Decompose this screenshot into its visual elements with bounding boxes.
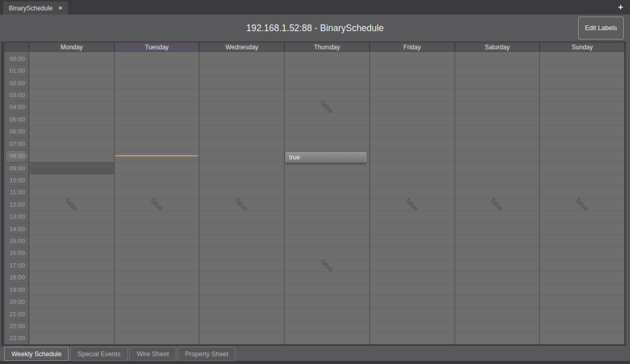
schedule-cell-saturday-0600[interactable] bbox=[455, 125, 540, 137]
schedule-cell-wednesday-0500[interactable] bbox=[200, 113, 284, 125]
schedule-cell-saturday-1700[interactable] bbox=[455, 259, 540, 271]
day-header-friday[interactable]: Friday bbox=[369, 43, 454, 51]
schedule-cell-thursday-2200[interactable] bbox=[285, 320, 369, 332]
schedule-cell-sunday-0700[interactable] bbox=[540, 137, 624, 149]
schedule-cell-sunday-2100[interactable] bbox=[540, 308, 624, 320]
schedule-cell-sunday-1800[interactable] bbox=[540, 271, 624, 283]
schedule-cell-monday-2200[interactable] bbox=[30, 320, 114, 332]
schedule-cell-sunday-0100[interactable] bbox=[540, 64, 624, 76]
schedule-cell-saturday-1300[interactable] bbox=[455, 210, 540, 222]
day-header-tuesday[interactable]: Tuesday bbox=[114, 43, 199, 51]
schedule-cell-monday-0500[interactable] bbox=[30, 113, 114, 125]
schedule-cell-friday-2000[interactable] bbox=[370, 295, 454, 307]
tab-binaryschedule[interactable]: BinarySchedule ✕ bbox=[3, 2, 68, 15]
schedule-cell-tuesday-1500[interactable] bbox=[115, 235, 199, 247]
schedule-cell-monday-2100[interactable] bbox=[30, 308, 114, 320]
schedule-cell-wednesday-0100[interactable] bbox=[200, 64, 284, 76]
schedule-cell-thursday-0600[interactable] bbox=[285, 125, 369, 137]
schedule-cell-monday-0200[interactable] bbox=[30, 76, 114, 88]
schedule-cell-tuesday-0200[interactable] bbox=[115, 76, 199, 88]
schedule-cell-monday-0300[interactable] bbox=[30, 88, 114, 100]
schedule-cell-monday-0800[interactable] bbox=[30, 150, 114, 161]
view-tab-property-sheet[interactable]: Property Sheet bbox=[178, 347, 235, 361]
schedule-cell-friday-0800[interactable] bbox=[370, 150, 454, 161]
schedule-cell-monday-0400[interactable] bbox=[30, 101, 114, 113]
close-icon[interactable]: ✕ bbox=[58, 5, 62, 11]
schedule-cell-monday-1900[interactable] bbox=[30, 284, 114, 295]
schedule-cell-wednesday-1200[interactable] bbox=[200, 198, 284, 210]
schedule-cell-friday-1400[interactable] bbox=[370, 222, 454, 234]
schedule-cell-wednesday-1800[interactable] bbox=[200, 271, 284, 283]
schedule-cell-friday-1100[interactable] bbox=[370, 186, 454, 198]
schedule-cell-wednesday-0900[interactable] bbox=[200, 161, 284, 173]
schedule-cell-sunday-1100[interactable] bbox=[540, 186, 624, 198]
schedule-cell-tuesday-0500[interactable] bbox=[115, 113, 199, 125]
schedule-cell-monday-0000[interactable] bbox=[30, 52, 114, 64]
schedule-cell-monday-1000[interactable] bbox=[30, 174, 114, 186]
schedule-cell-friday-2300[interactable] bbox=[370, 332, 454, 344]
schedule-cell-friday-0100[interactable] bbox=[370, 64, 454, 76]
schedule-cell-tuesday-1800[interactable] bbox=[115, 271, 199, 283]
schedule-cell-wednesday-0400[interactable] bbox=[200, 101, 284, 113]
schedule-cell-friday-2100[interactable] bbox=[370, 308, 454, 320]
schedule-cell-saturday-2300[interactable] bbox=[455, 332, 540, 344]
schedule-cell-sunday-1300[interactable] bbox=[540, 210, 624, 222]
schedule-cell-wednesday-1500[interactable] bbox=[200, 235, 284, 247]
schedule-cell-thursday-1400[interactable] bbox=[285, 222, 369, 234]
day-column-sunday[interactable]: false bbox=[539, 52, 624, 344]
schedule-cell-thursday-1900[interactable] bbox=[285, 284, 369, 295]
schedule-cell-thursday-0400[interactable] bbox=[285, 101, 369, 113]
schedule-cell-saturday-0000[interactable] bbox=[455, 52, 540, 64]
schedule-cell-monday-2300[interactable] bbox=[30, 332, 114, 344]
schedule-cell-saturday-1200[interactable] bbox=[455, 198, 540, 210]
schedule-cell-saturday-0700[interactable] bbox=[455, 137, 540, 149]
schedule-cell-wednesday-0000[interactable] bbox=[200, 52, 284, 64]
schedule-cell-thursday-1500[interactable] bbox=[285, 235, 369, 247]
schedule-cell-tuesday-0900[interactable] bbox=[115, 161, 199, 173]
day-header-saturday[interactable]: Saturday bbox=[454, 43, 540, 51]
schedule-cell-sunday-1000[interactable] bbox=[540, 174, 624, 186]
schedule-cell-wednesday-1600[interactable] bbox=[200, 247, 284, 259]
schedule-cell-friday-1300[interactable] bbox=[370, 210, 454, 222]
schedule-cell-tuesday-2100[interactable] bbox=[115, 308, 199, 320]
schedule-cell-sunday-2300[interactable] bbox=[540, 332, 624, 344]
schedule-cell-friday-1900[interactable] bbox=[370, 284, 454, 295]
day-column-tuesday[interactable]: false bbox=[114, 52, 199, 344]
schedule-cell-wednesday-0600[interactable] bbox=[200, 125, 284, 137]
day-header-wednesday[interactable]: Wednesday bbox=[199, 43, 284, 51]
schedule-cell-sunday-0300[interactable] bbox=[540, 88, 624, 100]
schedule-cell-sunday-1700[interactable] bbox=[540, 259, 624, 271]
edit-labels-button[interactable]: Edit Labels bbox=[578, 17, 624, 39]
schedule-cell-tuesday-2200[interactable] bbox=[115, 320, 199, 332]
schedule-cell-friday-0400[interactable] bbox=[370, 101, 454, 113]
schedule-cell-sunday-1400[interactable] bbox=[540, 222, 624, 234]
schedule-cell-wednesday-2100[interactable] bbox=[200, 308, 284, 320]
schedule-cell-wednesday-1700[interactable] bbox=[200, 259, 284, 271]
schedule-cell-tuesday-1100[interactable] bbox=[115, 186, 199, 198]
schedule-event-true[interactable]: true bbox=[285, 152, 366, 163]
schedule-cell-monday-0600[interactable] bbox=[30, 125, 114, 137]
schedule-cell-saturday-1000[interactable] bbox=[455, 174, 540, 186]
schedule-cell-tuesday-2300[interactable] bbox=[115, 332, 199, 344]
schedule-cell-wednesday-1300[interactable] bbox=[200, 210, 284, 222]
schedule-cell-saturday-0400[interactable] bbox=[455, 101, 540, 113]
schedule-cell-sunday-1200[interactable] bbox=[540, 198, 624, 210]
schedule-cell-saturday-1800[interactable] bbox=[455, 271, 540, 283]
schedule-cell-friday-0000[interactable] bbox=[370, 52, 454, 64]
day-column-thursday[interactable]: truefalsefalse bbox=[284, 52, 369, 344]
schedule-cell-thursday-0000[interactable] bbox=[285, 52, 369, 64]
schedule-cell-saturday-0300[interactable] bbox=[455, 88, 540, 100]
day-header-thursday[interactable]: Thursday bbox=[284, 43, 369, 51]
schedule-cell-wednesday-2300[interactable] bbox=[200, 332, 284, 344]
schedule-cell-wednesday-2200[interactable] bbox=[200, 320, 284, 332]
day-column-friday[interactable]: false bbox=[369, 52, 454, 344]
view-tab-special-events[interactable]: Special Events bbox=[70, 347, 128, 361]
schedule-cell-sunday-1500[interactable] bbox=[540, 235, 624, 247]
schedule-cell-thursday-2300[interactable] bbox=[285, 332, 369, 344]
schedule-cell-sunday-0000[interactable] bbox=[540, 52, 624, 64]
schedule-cell-tuesday-1200[interactable] bbox=[115, 198, 199, 210]
schedule-cell-tuesday-1300[interactable] bbox=[115, 210, 199, 222]
schedule-cell-monday-1600[interactable] bbox=[30, 247, 114, 259]
schedule-cell-wednesday-1100[interactable] bbox=[200, 186, 284, 198]
schedule-cell-thursday-0200[interactable] bbox=[285, 76, 369, 88]
